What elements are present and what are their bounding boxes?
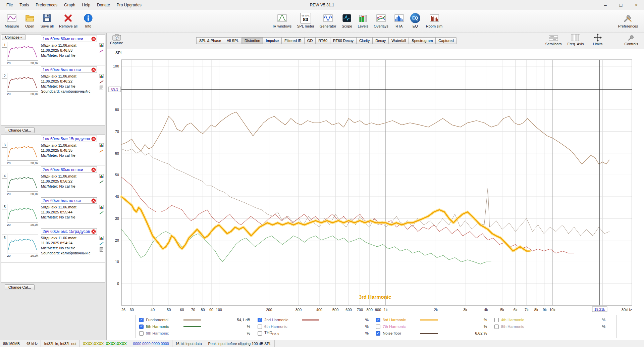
measurement-title[interactable]: 2нч 60см 5мс по оси [43,198,91,203]
generator-button[interactable]: Generator [317,11,339,30]
measurement-number[interactable]: 6 [2,235,7,240]
legend-checkbox[interactable] [494,325,499,329]
legend-label[interactable]: 4th Harmonic [501,318,539,322]
legend-checkbox[interactable] [139,325,144,329]
measurement-thumbnail[interactable] [7,42,38,61]
freq-axis-button[interactable]: Freq. Axis [567,34,584,46]
graph-tab[interactable]: All SPL [224,37,242,44]
legend-label[interactable]: 6th Harmonic [264,325,302,329]
menu-item[interactable]: Donate [94,1,113,9]
measurement-thumbnail[interactable] [7,235,38,253]
delete-measurement-button[interactable] [91,198,96,203]
ir-windows-button[interactable]: IR windows [270,11,294,30]
delete-measurement-button[interactable] [91,67,96,72]
rta-button[interactable]: RTA [391,11,407,30]
legend-checkbox[interactable] [376,318,380,322]
trace-color-icon[interactable] [99,211,104,215]
legend-label[interactable]: 5th Harmonic [146,325,183,329]
distortion-chart[interactable]: 0102030405060708090100263040506070809010… [107,49,644,315]
limits-button[interactable]: Limits [589,34,606,46]
measurement-number[interactable]: 3 [2,142,7,148]
graph-tab[interactable]: RT60 Decay [330,37,357,44]
measurement-item[interactable]: 6 20 20,0k 2нч 60см 5мс 15градусов [1,227,105,263]
mini-chart-icon[interactable] [99,236,104,240]
save-all-button[interactable]: Save all [38,11,56,30]
spl-meter-button[interactable]: dB SPL 83 SPL meter [294,11,317,30]
measurement-number[interactable]: 2 [2,73,7,79]
open-button[interactable]: Open [22,11,38,30]
capture-button[interactable]: Capture [110,34,123,45]
measurement-title[interactable]: 2нч 60см 5мс 15градусов [43,229,91,234]
legend-checkbox[interactable] [494,318,499,322]
levels-button[interactable]: Levels [355,11,371,30]
trace-color-icon[interactable] [99,242,104,246]
measurement-thumbnail[interactable] [7,73,38,92]
graph-tab[interactable]: Spectrogram [409,37,436,44]
mini-chart-icon[interactable] [99,143,104,147]
change-cal-button-2[interactable]: Change Cal... [5,284,35,290]
measurement-thumbnail[interactable] [7,173,38,192]
measurement-thumbnail[interactable] [7,204,38,222]
mini-chart-icon[interactable] [99,74,104,78]
controls-button[interactable]: Controls [623,34,640,46]
delete-measurement-button[interactable] [91,137,96,141]
measurement-title[interactable]: 2нч 60см 60мс по оси [43,167,91,172]
graph-tab[interactable]: SPL & Phase [196,37,224,44]
legend-checkbox[interactable] [139,318,144,322]
graph-tab[interactable]: Impulse [263,37,282,44]
menu-item[interactable]: File [3,1,16,9]
measurement-item[interactable]: 3 20 20,0k 1нч 60см 5мс 15градусов [1,135,105,165]
measurement-number[interactable]: 5 [2,204,7,209]
measurement-title[interactable]: 1нч 60см 5мс по оси [43,67,91,72]
minimize-button[interactable]: – [598,0,613,10]
menu-item[interactable]: Preferences [33,1,60,9]
legend-checkbox[interactable] [376,331,380,336]
graph-tab[interactable]: Filtered IR [281,37,305,44]
menu-item[interactable]: Graph [61,1,78,9]
eq-button[interactable]: EQ EQ [407,11,423,30]
legend-label[interactable]: THDH2..9 [264,331,302,336]
trace-color-icon[interactable] [99,49,104,53]
measurement-thumbnail[interactable] [7,142,38,161]
legend-checkbox[interactable] [258,325,262,329]
room-sim-button[interactable]: Room sim [423,11,445,30]
measurement-item[interactable]: 5 20 20,0k 2нч 60см 5мс по оси [1,196,105,227]
legend-checkbox[interactable] [376,325,380,329]
collapse-button[interactable]: Collapse « [2,34,25,40]
notes-icon[interactable] [100,247,103,252]
overlays-button[interactable]: Overlays [371,11,391,30]
graph-tab[interactable]: Captured [435,37,457,44]
legend-label[interactable]: Noise floor [383,331,420,335]
graph-tab[interactable]: Waterfall [388,37,409,44]
measurement-item[interactable]: 2 20 20,0k 1нч 60см 5мс по оси [1,65,105,101]
legend-checkbox[interactable] [258,318,262,322]
scrollbars-button[interactable]: Scrollbars [545,34,562,46]
graph-tab[interactable]: Distortion [241,37,263,44]
trace-color-icon[interactable] [99,149,104,153]
legend-checkbox[interactable] [258,331,262,336]
legend-label[interactable]: 7th Harmonic [383,325,420,329]
legend-checkbox[interactable] [139,331,144,336]
measurement-title[interactable]: 1нч 60см 60мс по оси [43,37,91,41]
menu-item[interactable]: Help [79,1,93,9]
scope-button[interactable]: Scope [339,11,355,30]
mini-chart-icon[interactable] [99,174,104,178]
trace-color-icon[interactable] [99,80,104,84]
delete-measurement-button[interactable] [91,37,96,41]
delete-measurement-button[interactable] [91,229,96,234]
preferences-button[interactable]: Preferences [615,11,641,30]
measurement-number[interactable]: 1 [2,42,7,48]
measurement-title[interactable]: 1нч 60см 5мс 15градусов [43,137,91,141]
legend-label[interactable]: 2nd Harmonic [264,318,302,322]
delete-measurement-button[interactable] [91,167,96,172]
legend-label[interactable]: 3rd Harmonic [383,318,420,322]
legend-label[interactable]: 8th Harmonic [501,325,539,329]
remove-all-button[interactable]: Remove all [56,11,80,30]
info-button[interactable]: Info [80,11,96,30]
legend-label[interactable]: Fundamental [146,318,183,322]
legend-label[interactable]: 9th Harmonic [146,331,183,335]
measurement-item[interactable]: 4 20 20,0k 2нч 60см 60мс по оси [1,165,105,196]
close-button[interactable]: × [629,0,644,10]
graph-tab[interactable]: Clarity [356,37,373,44]
graph-tab[interactable]: GD [304,37,316,44]
